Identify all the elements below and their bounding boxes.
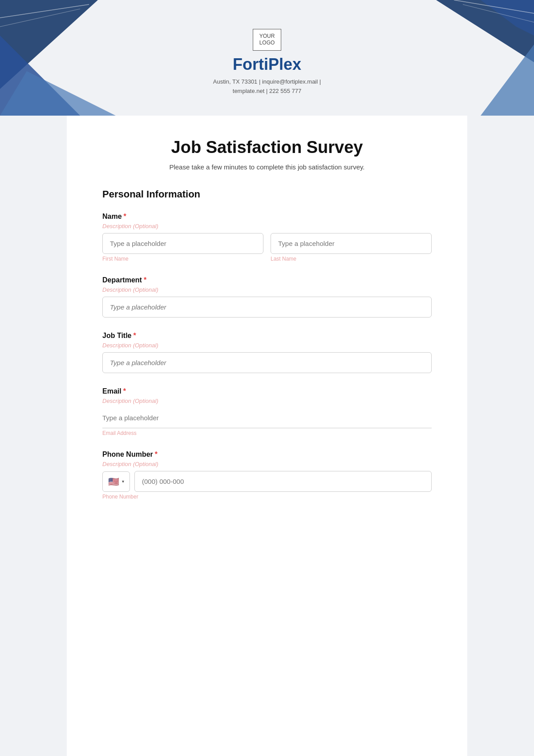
company-info-line1: Austin, TX 73301 | inquire@fortiplex.mai… [213,77,321,87]
form-title: Job Satisfaction Survey [102,138,432,157]
first-name-helper: First Name [102,256,263,262]
phone-helper: Phone Number [102,494,432,500]
job-title-input[interactable] [102,352,432,373]
department-description: Description (Optional) [102,286,432,293]
phone-description: Description (Optional) [102,461,432,467]
email-label: Email* [102,387,432,395]
job-title-description: Description (Optional) [102,342,432,349]
department-input[interactable] [102,297,432,318]
job-title-field-group: Job Title* Description (Optional) [102,332,432,373]
name-field-group: Name* Description (Optional) First Name … [102,213,432,262]
form-subtitle: Please take a few minutes to complete th… [102,163,432,171]
phone-input[interactable] [134,471,432,492]
department-field-group: Department* Description (Optional) [102,276,432,318]
name-description: Description (Optional) [102,223,432,229]
phone-field-group: Phone Number* Description (Optional) 🇺🇸 … [102,450,432,500]
phone-row: 🇺🇸 ▾ [102,471,432,492]
email-description: Description (Optional) [102,398,432,404]
email-input[interactable] [102,408,432,428]
email-helper: Email Address [102,430,432,436]
header: YOUR LOGO FortiPlex Austin, TX 73301 | i… [0,0,534,116]
logo-box: YOUR LOGO [253,29,282,51]
geo-left-decoration [0,0,142,116]
email-field-group: Email* Description (Optional) Email Addr… [102,387,432,436]
chevron-down-icon: ▾ [122,479,124,484]
email-required-star: * [123,387,126,395]
country-selector[interactable]: 🇺🇸 ▾ [102,471,130,492]
last-name-helper: Last Name [271,256,432,262]
company-info: Austin, TX 73301 | inquire@fortiplex.mai… [213,77,321,96]
department-required-star: * [144,276,146,284]
phone-required-star: * [155,450,158,458]
section-personal-info: Personal Information [102,189,432,200]
name-row: First Name Last Name [102,233,432,262]
company-info-line2: template.net | 222 555 777 [213,87,321,96]
department-label: Department* [102,276,432,284]
logo-line1: YOUR [259,33,275,40]
phone-label: Phone Number* [102,450,432,458]
svg-marker-7 [481,44,534,116]
name-required-star: * [124,213,126,220]
first-name-field: First Name [102,233,263,262]
last-name-input[interactable] [271,233,432,254]
job-title-required-star: * [134,332,136,339]
country-flag: 🇺🇸 [108,476,119,487]
geo-right-decoration [392,0,534,116]
first-name-input[interactable] [102,233,263,254]
company-name: FortiPlex [233,55,301,74]
name-label: Name* [102,213,432,221]
last-name-field: Last Name [271,233,432,262]
logo-line2: LOGO [259,40,275,47]
job-title-label: Job Title* [102,332,432,340]
main-content: Job Satisfaction Survey Please take a fe… [67,116,467,756]
